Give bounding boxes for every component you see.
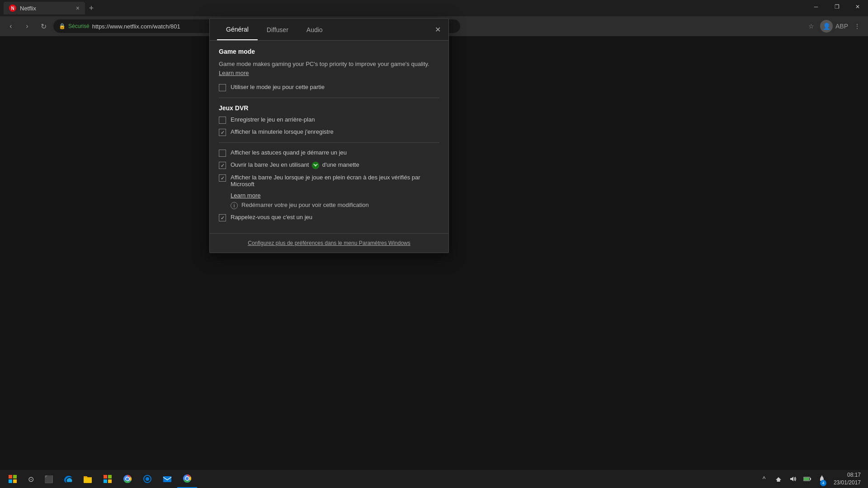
network-icon[interactable] xyxy=(772,470,785,488)
tab-general[interactable]: Général xyxy=(217,19,258,40)
tab-title: Netflix xyxy=(20,5,36,12)
url-text: https://www.netflix.com/watch/801 xyxy=(92,23,180,30)
xbox-icon xyxy=(311,161,322,168)
dialog-close-button[interactable]: ✕ xyxy=(432,24,443,35)
enregistrer-checkbox[interactable] xyxy=(219,117,226,124)
svg-rect-7 xyxy=(104,475,107,479)
enregistrer-label: Enregistrer le jeu en arrière-plan xyxy=(231,116,315,123)
other-settings-section: Afficher les astuces quand je démarre un… xyxy=(219,149,439,221)
svg-point-15 xyxy=(146,477,149,481)
game-mode-checkbox[interactable] xyxy=(219,84,226,91)
taskbar-mail[interactable] xyxy=(157,470,177,488)
game-bar-tab-bar: Général Diffuser Audio ✕ xyxy=(210,19,448,41)
game-bar-dialog: Général Diffuser Audio ✕ Game mode Game … xyxy=(209,18,449,253)
minuterie-checkbox[interactable] xyxy=(219,129,226,136)
astuces-label: Afficher les astuces quand je démarre un… xyxy=(231,149,347,156)
svg-rect-8 xyxy=(108,475,112,479)
volume-icon[interactable] xyxy=(787,470,799,488)
learn-more-link[interactable]: Learn more xyxy=(231,192,439,199)
tab-broadcast[interactable]: Diffuser xyxy=(258,19,297,40)
profile-button[interactable]: 👤 xyxy=(820,20,833,33)
svg-rect-21 xyxy=(810,478,811,480)
divider-2 xyxy=(219,142,439,143)
netflix-favicon: N xyxy=(9,5,16,12)
more-button[interactable]: ⋮ xyxy=(851,20,863,33)
game-mode-checkbox-row: Utiliser le mode jeu pour cette partie xyxy=(219,84,439,91)
taskbar-store[interactable] xyxy=(98,470,118,488)
svg-rect-16 xyxy=(163,476,171,482)
astuces-checkbox[interactable] xyxy=(219,150,226,157)
info-restart-row: i Redémarrer votre jeu pour voir cette m… xyxy=(231,202,439,209)
taskbar-chrome-1[interactable] xyxy=(118,470,137,488)
forward-button[interactable]: › xyxy=(21,20,33,33)
manette-label: Ouvrir la barre Jeu en utilisant d'une m… xyxy=(231,161,359,169)
info-icon: i xyxy=(231,202,238,209)
clock-time: 08:17 xyxy=(834,471,861,479)
learn-more-inline-link[interactable]: Learn more xyxy=(219,70,249,76)
tab-bar: N Netflix × + xyxy=(0,0,868,16)
astuces-checkbox-row: Afficher les astuces quand je démarre un… xyxy=(219,149,439,157)
secure-label: Sécurisé xyxy=(68,23,90,29)
restore-button[interactable]: ❐ xyxy=(826,0,847,14)
game-mode-title: Game mode xyxy=(219,48,439,55)
profile-icon: 👤 xyxy=(820,20,833,33)
taskbar-edge[interactable] xyxy=(58,470,78,488)
svg-rect-4 xyxy=(9,479,12,483)
tray-expand-button[interactable]: ^ xyxy=(758,470,770,488)
search-button[interactable]: ⊙ xyxy=(22,470,40,488)
fullscreen-label: Afficher la barre Jeu lorsque je joue en… xyxy=(231,174,439,188)
jeux-dvr-title: Jeux DVR xyxy=(219,104,439,112)
svg-point-19 xyxy=(186,477,189,480)
manette-checkbox-row: Ouvrir la barre Jeu en utilisant d'une m… xyxy=(219,161,439,169)
tab-close-button[interactable]: × xyxy=(76,5,80,12)
svg-rect-3 xyxy=(13,475,17,479)
fullscreen-checkbox-row: Afficher la barre Jeu lorsque je joue en… xyxy=(219,174,439,188)
fullscreen-checkbox[interactable] xyxy=(219,174,226,182)
svg-rect-22 xyxy=(804,478,809,480)
task-view-button[interactable]: ⬛ xyxy=(40,470,58,488)
refresh-button[interactable]: ↻ xyxy=(37,20,50,33)
lock-icon: 🔒 xyxy=(59,23,66,29)
notification-button[interactable]: 4 xyxy=(816,470,828,488)
remember-checkbox-row: Rappelez-vous que c'est un jeu xyxy=(219,214,439,221)
svg-rect-10 xyxy=(108,479,112,483)
svg-rect-2 xyxy=(9,475,12,479)
netflix-tab[interactable]: N Netflix × xyxy=(4,2,85,14)
game-mode-checkbox-label: Utiliser le mode jeu pour cette partie xyxy=(231,84,325,90)
remember-checkbox[interactable] xyxy=(219,214,226,221)
remember-label: Rappelez-vous que c'est un jeu xyxy=(231,214,312,221)
svg-rect-5 xyxy=(13,479,17,483)
svg-rect-9 xyxy=(104,479,107,483)
system-tray: ^ 4 xyxy=(758,470,864,488)
new-tab-button[interactable]: + xyxy=(85,2,98,14)
svg-rect-24 xyxy=(821,475,822,476)
svg-point-13 xyxy=(126,478,129,481)
minuterie-label: Afficher la minuterie lorsque j'enregist… xyxy=(231,128,334,135)
divider-1 xyxy=(219,98,439,98)
bookmark-button[interactable]: ☆ xyxy=(805,20,817,33)
game-mode-description: Game mode makes gaming your PC's top pri… xyxy=(219,60,439,77)
back-button[interactable]: ‹ xyxy=(5,20,17,33)
enregistrer-checkbox-row: Enregistrer le jeu en arrière-plan xyxy=(219,116,439,124)
system-clock[interactable]: 08:17 23/01/2017 xyxy=(830,471,864,487)
close-button[interactable]: ✕ xyxy=(847,0,868,14)
taskbar-file-explorer[interactable] xyxy=(78,470,98,488)
tab-audio[interactable]: Audio xyxy=(297,19,332,40)
minuterie-checkbox-row: Afficher la minuterie lorsque j'enregist… xyxy=(219,128,439,136)
clock-date: 23/01/2017 xyxy=(834,479,861,487)
manette-checkbox[interactable] xyxy=(219,162,226,169)
start-button[interactable] xyxy=(4,470,22,488)
taskbar-cortana[interactable] xyxy=(137,470,157,488)
window-controls: ─ ❐ ✕ xyxy=(806,0,868,16)
game-mode-section: Game mode Game mode makes gaming your PC… xyxy=(219,48,439,91)
notification-count: 4 xyxy=(820,480,826,486)
browser-actions: ☆ 👤 ABP ⋮ xyxy=(805,20,863,33)
settings-footer-link[interactable]: Configurez plus de préférences dans le m… xyxy=(210,233,448,253)
minimize-button[interactable]: ─ xyxy=(806,0,826,14)
game-bar-content: Game mode Game mode makes gaming your PC… xyxy=(210,41,448,233)
game-mode-desc-text: Game mode makes gaming your PC's top pri… xyxy=(219,61,429,67)
extensions-button[interactable]: ABP xyxy=(835,20,848,33)
taskbar: ⊙ ⬛ xyxy=(0,470,868,488)
taskbar-chrome-active[interactable] xyxy=(177,470,197,488)
battery-icon[interactable] xyxy=(801,470,814,488)
